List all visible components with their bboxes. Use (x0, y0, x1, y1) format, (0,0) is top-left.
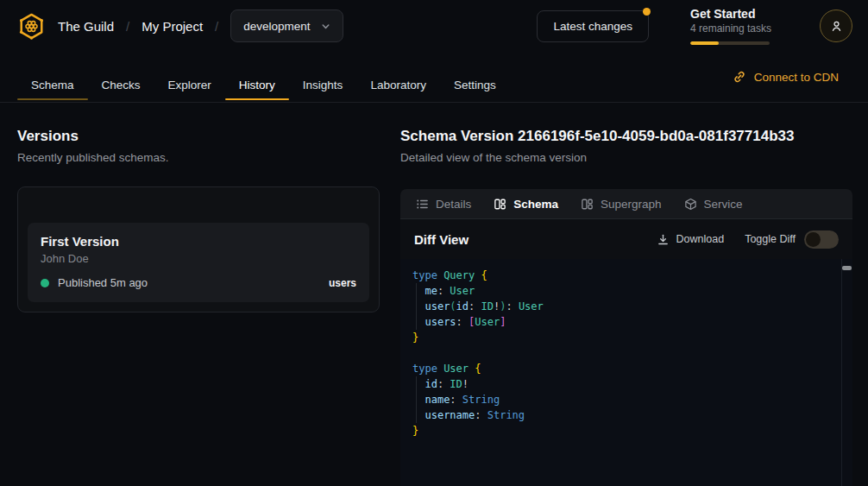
breadcrumb-separator: / (126, 19, 129, 34)
detail-tab-label: Supergraph (601, 198, 662, 211)
code-scrollbar-thumb[interactable] (842, 266, 852, 270)
breadcrumb-org[interactable]: The Guild (58, 19, 114, 34)
target-select-value: development (243, 20, 310, 33)
nav-tab-laboratory[interactable]: Laboratory (356, 52, 440, 102)
panels-icon (494, 198, 506, 211)
get-started-subtitle: 4 remaining tasks (690, 22, 770, 35)
published-status-text: Published 5m ago (58, 276, 148, 289)
version-author: John Doe (41, 252, 356, 265)
code-line: } (412, 423, 840, 439)
diff-toolbar: Diff View Download Toggle Diff (400, 219, 852, 259)
code-line (412, 345, 840, 361)
person-icon (829, 19, 844, 34)
detail-tabs: DetailsSchemaSupergraphService (400, 189, 852, 219)
link-icon (733, 70, 746, 84)
download-label: Download (676, 233, 725, 245)
cube-icon (684, 198, 697, 211)
get-started-progressbar (690, 41, 770, 45)
code-line: username: String (412, 407, 840, 423)
code-scrollbar[interactable] (841, 259, 852, 486)
code-content: type Query { me: User user(id: ID!): Use… (412, 268, 840, 439)
code-line: me: User (412, 283, 840, 299)
download-button[interactable]: Download (657, 233, 725, 246)
detail-tab-service[interactable]: Service (684, 198, 743, 211)
code-line: user(id: ID!): User (412, 299, 840, 314)
connect-cdn-link[interactable]: Connect to CDN (733, 52, 839, 102)
version-detail-section: Schema Version 2166196f-5e10-4059-bd0a-0… (400, 103, 868, 486)
latest-changes-button[interactable]: Latest changes (537, 10, 649, 42)
code-line: type Query { (412, 268, 840, 283)
version-detail-title: Schema Version 2166196f-5e10-4059-bd0a-0… (400, 127, 852, 145)
detail-tab-supergraph[interactable]: Supergraph (581, 198, 662, 211)
breadcrumb-separator: / (215, 19, 218, 34)
breadcrumb-project[interactable]: My Project (142, 19, 203, 34)
get-started-progress-fill (690, 41, 719, 45)
panels-icon (581, 198, 594, 211)
nav-tab-insights[interactable]: Insights (289, 52, 357, 102)
connect-cdn-label: Connect to CDN (754, 71, 839, 84)
notification-dot (643, 8, 651, 16)
chevron-down-icon (319, 20, 332, 33)
versions-subtitle: Recently published schemas. (17, 151, 380, 164)
schema-code-viewer[interactable]: type Query { me: User user(id: ID!): Use… (400, 259, 852, 486)
nav-tab-settings[interactable]: Settings (440, 52, 510, 102)
nav-tabs: SchemaChecksExplorerHistoryInsightsLabor… (17, 52, 510, 102)
latest-changes-label: Latest changes (553, 20, 632, 33)
version-name: First Version (41, 234, 356, 249)
switch-knob (806, 232, 821, 247)
published-status-dot (41, 279, 49, 287)
code-line: users: [User] (412, 314, 840, 330)
toggle-diff-switch[interactable] (804, 230, 839, 249)
target-select[interactable]: development (230, 9, 343, 42)
version-detail-subtitle: Detailed view of the schema version (400, 151, 852, 164)
main-nav: SchemaChecksExplorerHistoryInsightsLabor… (0, 52, 868, 103)
detail-tab-details[interactable]: Details (416, 198, 471, 211)
nav-tab-schema[interactable]: Schema (17, 52, 88, 102)
download-icon (657, 233, 670, 246)
diff-view-title: Diff View (414, 232, 469, 247)
detail-tab-label: Service (704, 198, 743, 211)
detail-tab-label: Details (436, 198, 471, 211)
nav-tab-explorer[interactable]: Explorer (154, 52, 225, 102)
nav-tab-checks[interactable]: Checks (88, 52, 154, 102)
code-line: type User { (412, 361, 840, 376)
nav-tab-history[interactable]: History (225, 52, 289, 102)
detail-tab-label: Schema (513, 198, 558, 211)
version-detail-panel: DetailsSchemaSupergraphService Diff View… (400, 189, 852, 486)
get-started-title: Get Started (690, 7, 770, 22)
detail-tab-schema[interactable]: Schema (494, 198, 558, 211)
app-header: The Guild / My Project / development Lat… (0, 0, 868, 52)
version-list-item[interactable]: First Version John Doe Published 5m ago … (28, 223, 369, 302)
indent-guide (416, 283, 417, 330)
main-content: Versions Recently published schemas. Fir… (0, 103, 868, 486)
service-badge: users (329, 277, 356, 289)
list-icon (416, 198, 429, 211)
page: { "colors": { "accent": "#f0a81e", "publ… (0, 0, 868, 486)
hive-logo-icon[interactable] (17, 12, 46, 41)
versions-section: Versions Recently published schemas. Fir… (0, 103, 400, 486)
versions-title: Versions (17, 127, 380, 145)
toggle-diff-label: Toggle Diff (745, 233, 796, 245)
code-line: } (412, 330, 840, 345)
code-line: name: String (412, 392, 840, 407)
user-avatar[interactable] (820, 9, 852, 42)
versions-list: First Version John Doe Published 5m ago … (17, 186, 380, 312)
code-line: id: ID! (412, 376, 840, 392)
get-started-widget[interactable]: Get Started 4 remaining tasks (690, 7, 770, 45)
indent-guide (416, 376, 417, 423)
